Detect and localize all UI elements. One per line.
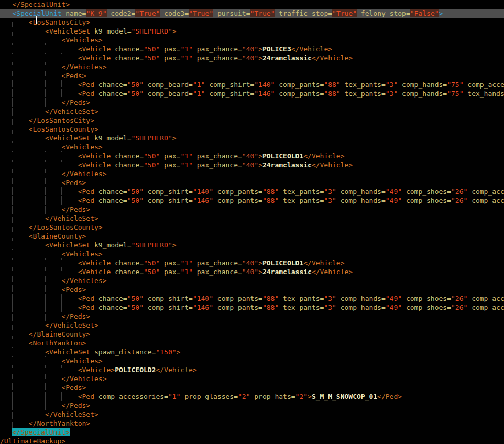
- xml-value-token: "140": [193, 295, 213, 302]
- code-line[interactable]: <Vehicles>: [0, 250, 504, 258]
- xml-attribute-token: pursuit=: [213, 9, 250, 17]
- xml-value-token: "3": [324, 304, 336, 311]
- code-line[interactable]: </VehicleSet>: [0, 321, 504, 330]
- code-line[interactable]: <Vehicles>: [0, 143, 504, 151]
- xml-value-token: "SHEPHERD": [131, 241, 172, 249]
- indent-spaces: [0, 304, 78, 311]
- code-line[interactable]: <Vehicle chance="50" pax="1" pax_chance=…: [0, 53, 504, 62]
- code-line[interactable]: <Ped chance="50" comp_shirt="140" comp_p…: [0, 294, 504, 303]
- indent-spaces: [0, 250, 61, 258]
- code-line[interactable]: <Vehicles>: [0, 356, 504, 365]
- code-line[interactable]: <VehicleSet k9_model="SHEPHERD">: [0, 27, 504, 36]
- code-line[interactable]: </VehicleSet>: [0, 214, 504, 223]
- code-line[interactable]: <VehicleSet k9_model="SHEPHERD">: [0, 134, 504, 143]
- xml-attribute-token: tex_pants=: [279, 188, 324, 196]
- code-line[interactable]: <Ped chance="50" comp_shirt="146" comp_p…: [0, 196, 504, 205]
- indent-spaces: [0, 72, 61, 80]
- xml-tag-token: </Vehicles>: [61, 63, 106, 71]
- code-line[interactable]: </Peds>: [0, 98, 504, 107]
- indent-guide: [12, 392, 13, 401]
- code-line[interactable]: <Ped chance="50" comp_beard="1" comp_shi…: [0, 80, 504, 89]
- code-line[interactable]: /UltimateBackup>: [0, 437, 504, 444]
- code-line[interactable]: <BlaineCounty>: [0, 232, 504, 241]
- code-line[interactable]: </VehicleSet>: [0, 107, 504, 116]
- xml-attribute-token: comp_beard=: [144, 81, 193, 89]
- code-line[interactable]: <Ped comp_accessories="1" prop_glasses="…: [0, 392, 504, 401]
- indent-guide: [12, 223, 13, 232]
- code-line[interactable]: <Ped chance="50" comp_shirt="146" comp_p…: [0, 303, 504, 312]
- xml-tag-token: >: [172, 241, 177, 249]
- code-area[interactable]: </SpecialUnit> <SpecialUnit name="K-9" c…: [0, 0, 504, 444]
- code-line[interactable]: <Ped chance="50" comp_shirt="140" comp_p…: [0, 187, 504, 196]
- indent-guide: [12, 232, 13, 241]
- xml-attribute-token: k9_model=: [90, 27, 131, 35]
- code-line[interactable]: <Vehicle chance="50" pax="1" pax_chance=…: [0, 151, 504, 160]
- indent-guide: [12, 330, 13, 339]
- code-line[interactable]: </Vehicles>: [0, 169, 504, 178]
- code-line[interactable]: </SpecialUnit>: [0, 428, 504, 437]
- indent-guide: [45, 374, 46, 383]
- indent-guide: [61, 392, 62, 401]
- indent-spaces: [0, 419, 29, 427]
- indent-guide: [12, 321, 13, 330]
- code-line[interactable]: <Vehicles>: [0, 36, 504, 45]
- code-line[interactable]: <Vehicle chance="50" pax="1" pax_chance=…: [0, 258, 504, 267]
- indent-guide: [29, 143, 29, 151]
- indent-spaces: [0, 63, 61, 71]
- xml-code-editor[interactable]: </SpecialUnit> <SpecialUnit name="K-9" c…: [0, 0, 504, 444]
- indent-guide: [12, 169, 13, 178]
- code-line[interactable]: <VehicleSet spawn_distance="150">: [0, 348, 504, 356]
- code-line[interactable]: <SpecialUnit name="K-9" code2="True" cod…: [0, 9, 504, 18]
- code-line[interactable]: <Peds>: [0, 71, 504, 80]
- xml-value-token: "75": [447, 81, 463, 89]
- code-line[interactable]: <Vehicle chance="50" pax="1" pax_chance=…: [0, 267, 504, 276]
- code-line[interactable]: <Peds>: [0, 285, 504, 294]
- xml-value-token: "150": [156, 348, 176, 356]
- code-line[interactable]: </Vehicles>: [0, 62, 504, 71]
- code-line[interactable]: </LosSantosCity>: [0, 116, 504, 125]
- code-line[interactable]: <Ped chance="50" comp_beard="1" comp_shi…: [0, 89, 504, 98]
- code-line[interactable]: </LosSantosCounty>: [0, 223, 504, 232]
- code-line[interactable]: </BlaineCounty>: [0, 330, 504, 339]
- code-line[interactable]: </Peds>: [0, 205, 504, 214]
- xml-tag-token: </NorthYankton>: [29, 419, 90, 427]
- indent-spaces: [0, 125, 29, 133]
- indent-guide: [29, 321, 29, 330]
- code-line[interactable]: <NorthYankton>: [0, 339, 504, 348]
- indent-guide: [29, 374, 29, 383]
- code-line[interactable]: </Peds>: [0, 401, 504, 410]
- xml-attribute-token: pax_chance=: [193, 259, 242, 267]
- xml-value-token: "1": [180, 268, 192, 276]
- indent-guide: [29, 27, 29, 36]
- code-line[interactable]: <VehicleSet k9_model="SHEPHERD">: [0, 241, 504, 250]
- code-line[interactable]: <LosSantosCity>: [0, 18, 504, 27]
- xml-value-token: "88": [262, 197, 279, 204]
- code-line[interactable]: <Vehicle chance="50" pax="1" pax_chance=…: [0, 160, 504, 169]
- code-line[interactable]: </Vehicles>: [0, 276, 504, 285]
- xml-value-token: "1": [180, 259, 192, 267]
- xml-tag-token: <Ped: [78, 393, 94, 400]
- indent-guide: [12, 258, 13, 267]
- indent-spaces: [0, 232, 29, 240]
- code-line[interactable]: <LosSantosCounty>: [0, 125, 504, 134]
- xml-value-token: "146": [193, 197, 213, 204]
- code-line[interactable]: <Vehicle>POLICEOLD2</Vehicle>: [0, 365, 504, 374]
- xml-tag-token: </SpecialUnit>: [12, 1, 70, 8]
- xml-value-token: "3": [386, 90, 398, 98]
- code-line[interactable]: <Peds>: [0, 178, 504, 187]
- indent-guide: [12, 339, 13, 348]
- code-line[interactable]: </Peds>: [0, 312, 504, 321]
- code-line[interactable]: <Vehicle chance="50" pax="1" pax_chance=…: [0, 45, 504, 53]
- code-line[interactable]: </Vehicles>: [0, 374, 504, 383]
- indent-guide: [45, 312, 46, 321]
- xml-attribute-token: comp_pants=: [213, 295, 262, 302]
- xml-tag-token: <Peds>: [61, 72, 86, 80]
- xml-attribute-token: comp_shoes=: [402, 188, 451, 196]
- indent-spaces: [0, 357, 61, 365]
- code-line[interactable]: </SpecialUnit>: [0, 0, 504, 9]
- code-line[interactable]: <Peds>: [0, 383, 504, 392]
- indent-guide: [45, 151, 46, 160]
- code-line[interactable]: </VehicleSet>: [0, 410, 504, 419]
- indent-guide: [12, 348, 13, 356]
- code-line[interactable]: </NorthYankton>: [0, 419, 504, 428]
